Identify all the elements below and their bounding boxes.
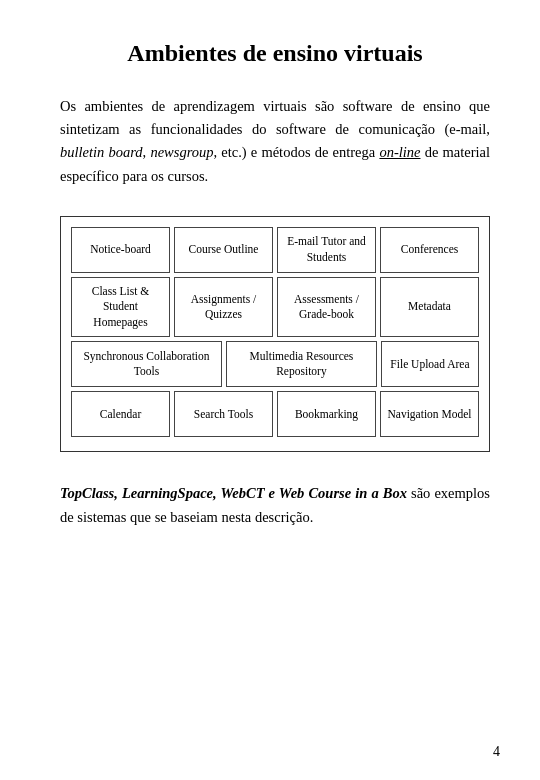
diagram-row-4: Calendar Search Tools Bookmarking Naviga… bbox=[71, 391, 479, 437]
bottom-paragraph-bold-italic: TopClass, LearningSpace, WebCT e Web Cou… bbox=[60, 485, 407, 501]
page-number: 4 bbox=[493, 744, 500, 760]
diagram-row-3: Synchronous Collaboration Tools Multimed… bbox=[71, 341, 479, 387]
cell-class-list: Class List & Student Homepages bbox=[71, 277, 170, 338]
body-paragraph: Os ambientes de aprendizagem virtuais sã… bbox=[60, 95, 490, 188]
cell-assignments: Assignments / Quizzes bbox=[174, 277, 273, 338]
cell-assessments: Assessments / Grade-book bbox=[277, 277, 376, 338]
diagram-row-1: Notice-board Course Outline E-mail Tutor… bbox=[71, 227, 479, 273]
cell-metadata: Metadata bbox=[380, 277, 479, 338]
cell-notice-board: Notice-board bbox=[71, 227, 170, 273]
cell-multimedia-resources: Multimedia Resources Repository bbox=[226, 341, 377, 387]
cell-email-tutor-students: E-mail Tutor and Students bbox=[277, 227, 376, 273]
cell-bookmarking: Bookmarking bbox=[277, 391, 376, 437]
cell-file-upload: File Upload Area bbox=[381, 341, 479, 387]
diagram-row-2: Class List & Student Homepages Assignmen… bbox=[71, 277, 479, 338]
cell-conferences: Conferences bbox=[380, 227, 479, 273]
cell-course-outline: Course Outline bbox=[174, 227, 273, 273]
cell-calendar: Calendar bbox=[71, 391, 170, 437]
diagram: Notice-board Course Outline E-mail Tutor… bbox=[60, 216, 490, 453]
page-title: Ambientes de ensino virtuais bbox=[60, 40, 490, 67]
bottom-paragraph: TopClass, LearningSpace, WebCT e Web Cou… bbox=[60, 482, 490, 530]
cell-synchronous-collab: Synchronous Collaboration Tools bbox=[71, 341, 222, 387]
cell-navigation-model: Navigation Model bbox=[380, 391, 479, 437]
cell-search-tools: Search Tools bbox=[174, 391, 273, 437]
